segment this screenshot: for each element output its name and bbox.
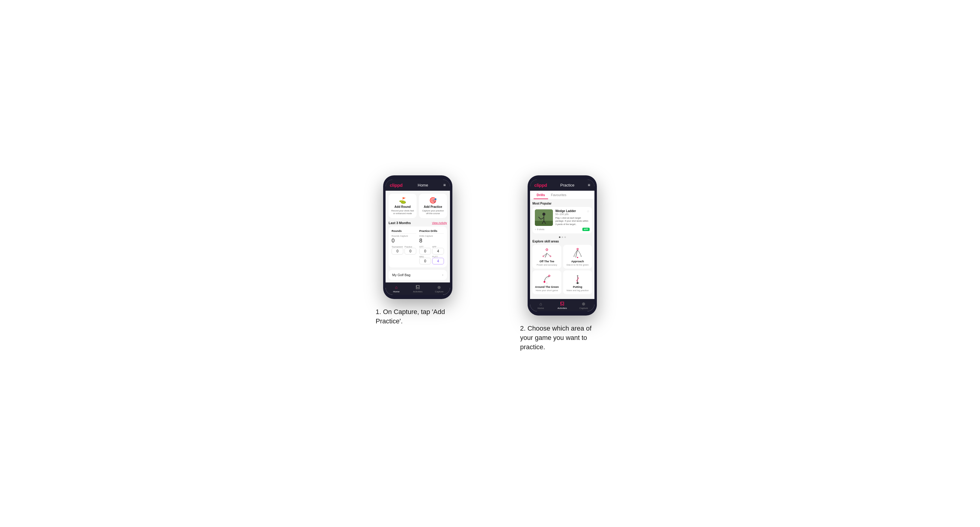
dot-2 (562, 237, 563, 238)
nav-activities-label: Activities (413, 290, 423, 293)
add-practice-subtitle: Capture your practice off-the-course (422, 210, 445, 215)
phone2-title: Practice (560, 183, 574, 187)
view-activity-link[interactable]: View Activity (432, 221, 447, 224)
phone1-title: Home (418, 183, 428, 187)
atg-visual (540, 273, 554, 284)
add-practice-card[interactable]: 🎯 Add Practice Capture your practice off… (419, 194, 447, 218)
featured-image (535, 210, 553, 226)
tab-favourites[interactable]: Favourites (548, 191, 570, 199)
shots-text: 9 shots (537, 228, 544, 231)
putt-item: PUTT 4 (432, 256, 444, 264)
approach-subtitle: Dial-in to hit the green (566, 264, 589, 266)
tournament-item: Tournament 0 (391, 246, 403, 254)
featured-yds: 50–100 yds (555, 213, 590, 216)
nav2-capture[interactable]: ⊕ Capture (573, 299, 595, 311)
tab-drills[interactable]: Drills (534, 191, 548, 199)
practice-content: Most Popular (530, 199, 595, 297)
add-round-title: Add Round (395, 205, 411, 208)
nav-activities[interactable]: ⛾ Activities (407, 283, 428, 295)
putt-value: 4 (432, 258, 444, 264)
phone1-appbar: clippd Home ≡ (385, 179, 450, 191)
nav2-activities[interactable]: ⛾ Activities (551, 299, 573, 311)
dots-row (533, 237, 592, 238)
phone2-appbar: clippd Practice ≡ (530, 179, 595, 191)
nav-capture-label: Capture (435, 290, 443, 293)
skill-card-atg[interactable]: Around The Green Hone your short game (533, 270, 562, 294)
app-label: APP (432, 246, 444, 248)
featured-card[interactable]: Wedge Ladder 50–100 yds Play 1 shot at e… (533, 207, 592, 234)
add-round-card[interactable]: ⛳ Add Round Record your shots fast or en… (388, 194, 417, 218)
golf-bag-row[interactable]: My Golf Bag › (388, 270, 447, 280)
atg-subtitle: Hone your short game (536, 289, 558, 292)
nav-home[interactable]: ⌂ Home (385, 283, 407, 295)
svg-point-8 (546, 249, 548, 251)
ott-label: OTT (419, 246, 431, 248)
capture2-icon: ⊕ (582, 302, 585, 306)
add-practice-title: Add Practice (424, 205, 442, 208)
featured-desc: Play 1 shot at each target yardage. If y… (555, 217, 590, 226)
skill-card-putting[interactable]: Putting Make and lag practice (563, 270, 592, 294)
rounds-capture-label: Rounds Capture (391, 235, 416, 237)
nav2-home[interactable]: ⌂ Home (530, 299, 551, 311)
stats-box: Rounds Rounds Capture 0 Tournament 0 (388, 227, 447, 267)
drills-capture-value: 8 (419, 238, 444, 244)
tournament-value: 0 (391, 248, 403, 254)
caption-2: 2. Choose which area of your game you wa… (520, 324, 605, 352)
stats-cols: Rounds Rounds Capture 0 Tournament 0 (391, 230, 444, 264)
caption-1: 1. On Capture, tap 'Add Practice'. (375, 307, 460, 326)
phone-section-1: clippd Home ≡ ⛳ Add Round Record your sh… (355, 175, 481, 326)
phone1-cards-row: ⛳ Add Round Record your shots fast or en… (388, 194, 447, 218)
activities-icon: ⛾ (416, 285, 420, 290)
app-value: 4 (432, 248, 444, 254)
skill-card-approach[interactable]: Approach Dial-in to hit the green (563, 245, 592, 268)
nav-capture[interactable]: ⊕ Capture (429, 283, 450, 295)
approach-visual (571, 247, 584, 259)
featured-info: Wedge Ladder 50–100 yds Play 1 shot at e… (555, 210, 590, 226)
ott-title: Off The Tee (540, 260, 554, 263)
add-practice-icon: 🎯 (429, 197, 437, 204)
arg-label: ARG (419, 256, 431, 258)
rounds-sub-grid: Tournament 0 Practice 0 (391, 246, 416, 254)
drills-capture-label: Drills Capture (419, 235, 444, 237)
atg-title: Around The Green (535, 286, 558, 289)
ott-item: OTT 0 (419, 246, 431, 254)
nav2-activities-label: Activities (557, 307, 567, 310)
rounds-capture-value: 0 (391, 238, 416, 244)
activities2-icon: ⛾ (560, 302, 564, 306)
svg-point-20 (549, 275, 550, 277)
chevron-icon: › (442, 273, 443, 277)
phone2-menu-icon[interactable]: ≡ (588, 183, 590, 187)
skill-grid: Off The Tee Power and accuracy (533, 245, 592, 294)
phone-1: clippd Home ≡ ⛳ Add Round Record your sh… (383, 175, 452, 299)
phone2-bottom-nav: ⌂ Home ⛾ Activities ⊕ Capture (530, 299, 595, 311)
phone-2-screen: clippd Practice ≡ Drills Favourites Most… (530, 179, 595, 312)
svg-point-21 (547, 283, 547, 284)
ott-subtitle: Power and accuracy (537, 264, 557, 266)
svg-point-16 (577, 257, 578, 258)
svg-rect-1 (535, 221, 553, 226)
tournament-label: Tournament (391, 246, 403, 248)
putt-label: PUTT (432, 256, 444, 258)
arg-value: 0 (419, 258, 431, 264)
svg-point-2 (542, 213, 546, 216)
tabs-row: Drills Favourites (530, 191, 595, 199)
svg-point-15 (577, 248, 579, 250)
drills-col-title: Practice Drills (419, 230, 444, 234)
capture-icon: ⊕ (438, 285, 441, 290)
phone1-menu-icon[interactable]: ≡ (443, 183, 446, 187)
phone-2: clippd Practice ≡ Drills Favourites Most… (528, 175, 597, 316)
home-icon: ⌂ (395, 285, 397, 290)
star-icon[interactable]: ☆ (587, 210, 590, 213)
phone-1-screen: clippd Home ≡ ⛳ Add Round Record your sh… (385, 179, 450, 295)
stats-title: Last 3 Months (388, 221, 411, 225)
skill-card-ott[interactable]: Off The Tee Power and accuracy (533, 245, 562, 268)
practice-value: 0 (404, 248, 416, 254)
most-popular-label: Most Popular (533, 202, 592, 205)
drills-sub-grid: OTT 0 APP 4 ARG 0 (419, 246, 444, 264)
featured-footer: ○ 9 shots APP (535, 228, 590, 231)
phone1-content: ⛳ Add Round Record your shots fast or en… (385, 191, 450, 280)
ott-visual (540, 247, 554, 259)
dot-1 (559, 237, 560, 238)
dot-3 (564, 237, 566, 238)
app-badge: APP (582, 228, 590, 231)
